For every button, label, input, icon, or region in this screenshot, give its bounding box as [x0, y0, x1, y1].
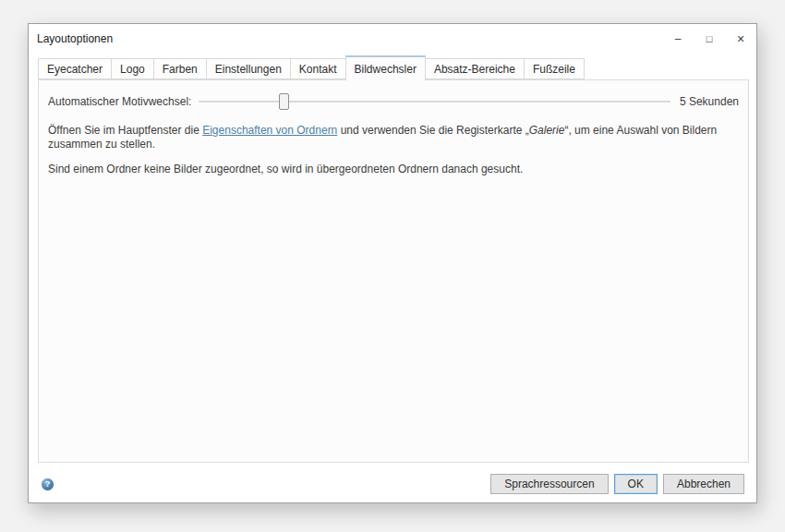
gallery-tab-name: Galerie: [529, 124, 565, 137]
title-bar: Layoutoptionen – □ ×: [29, 24, 756, 54]
tab-farben[interactable]: Farben: [153, 58, 207, 79]
fallback-hint-paragraph: Sind einem Ordner keine Bilder zugeordne…: [39, 163, 748, 176]
hint-text-2: und verwenden Sie die Registerkarte „: [337, 124, 528, 137]
hint-text-1: Öffnen Sie im Hauptfenster die: [48, 124, 202, 137]
gallery-hint-paragraph: Öffnen Sie im Hauptfenster die Eigenscha…: [39, 124, 748, 151]
tab-eyecatcher[interactable]: Eyecatcher: [38, 58, 112, 79]
slider-label: Automatischer Motivwechsel:: [48, 95, 191, 108]
abbrechen-button[interactable]: Abbrechen: [663, 474, 744, 494]
tab-einstellungen[interactable]: Einstellungen: [206, 58, 291, 79]
sprachressourcen-button[interactable]: Sprachressourcen: [490, 474, 608, 494]
tab-absatz-bereiche[interactable]: Absatz-Bereiche: [425, 58, 525, 79]
dialog-footer: ? Sprachressourcen OK Abbrechen: [38, 474, 744, 494]
tab-strip: Eyecatcher Logo Farben Einstellungen Kon…: [38, 55, 585, 79]
ok-button[interactable]: OK: [614, 474, 658, 494]
maximize-icon[interactable]: □: [694, 24, 725, 54]
motive-change-slider-row: Automatischer Motivwechsel: 5 Sekunden: [39, 80, 748, 110]
slider-value-label: 5 Sekunden: [680, 95, 739, 108]
footer-buttons: Sprachressourcen OK Abbrechen: [490, 474, 744, 494]
close-icon[interactable]: ×: [725, 24, 756, 54]
slider-thumb[interactable]: [279, 93, 289, 110]
tab-kontakt[interactable]: Kontakt: [290, 58, 346, 79]
tab-logo[interactable]: Logo: [111, 58, 154, 79]
slider-track[interactable]: [199, 101, 670, 103]
folder-properties-link[interactable]: Eigenschaften von Ordnern: [202, 124, 337, 137]
layout-options-dialog: Layoutoptionen – □ × Eyecatcher Logo Far…: [28, 23, 757, 503]
tab-bildwechsler[interactable]: Bildwechsler: [345, 55, 426, 80]
interval-slider[interactable]: [199, 93, 670, 110]
minimize-icon[interactable]: –: [662, 24, 694, 54]
window-title: Layoutoptionen: [37, 32, 113, 45]
tab-fusszeile[interactable]: Fußzeile: [524, 58, 585, 79]
window-controls: – □ ×: [662, 24, 756, 54]
help-icon[interactable]: ?: [42, 478, 54, 490]
bildwechsler-tab-panel: Automatischer Motivwechsel: 5 Sekunden Ö…: [38, 79, 749, 463]
